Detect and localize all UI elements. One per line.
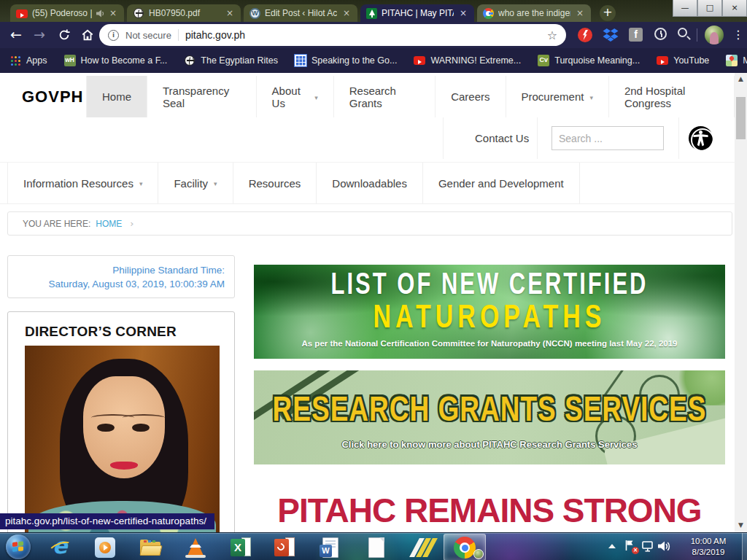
vertical-scrollbar[interactable]: ▲ ▼: [735, 73, 747, 532]
govph-logo[interactable]: GOVPH: [22, 88, 83, 106]
director-photo[interactable]: [25, 346, 220, 532]
link-status-tooltip: pitahc.gov.ph/list-of-new-certified-natu…: [0, 513, 214, 529]
windows-media-player-icon[interactable]: [93, 536, 117, 559]
article-headline[interactable]: PITAHC REMAINS STRONG: [254, 491, 725, 530]
close-icon[interactable]: ×: [108, 8, 118, 18]
nav-facility[interactable]: Facility▾: [158, 163, 233, 203]
flash-blocker-extension-icon[interactable]: [578, 28, 592, 42]
excel-icon[interactable]: X: [229, 536, 252, 559]
home-icon[interactable]: [77, 26, 98, 44]
tab-wordpress[interactable]: W Edit Post ‹ Hilot Aca ×: [244, 4, 357, 22]
start-button[interactable]: [6, 534, 31, 559]
nav-downloadables[interactable]: Downloadables: [317, 163, 423, 203]
bookmark-item[interactable]: Maps: [726, 55, 747, 66]
bookmark-item[interactable]: WARNING! Extreme...: [414, 55, 521, 66]
back-icon[interactable]: ←: [6, 26, 26, 44]
tray-expand-icon[interactable]: [608, 544, 616, 548]
powerpoint-icon[interactable]: [273, 536, 296, 559]
accessibility-icon[interactable]: [689, 126, 713, 150]
primary-nav: Home Transparency Seal About Us▾ Researc…: [86, 76, 735, 117]
search-extension-icon[interactable]: [678, 28, 687, 37]
nav-information-resources[interactable]: Information Resources▾: [7, 163, 158, 203]
forward-icon[interactable]: →: [29, 26, 50, 44]
bookmark-item[interactable]: YouTube: [657, 55, 709, 66]
bookmark-label: How to Become a F...: [81, 55, 168, 66]
nav-transparency-seal[interactable]: Transparency Seal: [147, 76, 257, 117]
internet-explorer-icon[interactable]: e: [50, 536, 73, 559]
tab-pdf[interactable]: HB07950.pdf ×: [127, 4, 241, 22]
history-clock-extension-icon[interactable]: [654, 28, 667, 40]
chrome-menu-icon[interactable]: ⋮: [732, 26, 744, 44]
nav-procurement[interactable]: Procurement▾: [506, 76, 609, 117]
document-icon[interactable]: [365, 536, 388, 559]
clock-date: 8/3/2019: [677, 547, 740, 558]
info-icon[interactable]: i: [108, 30, 119, 41]
close-icon[interactable]: ×: [341, 8, 352, 18]
naturopaths-banner[interactable]: LIST OF NEW CERTIFIED NATUROPATHS As per…: [254, 265, 725, 359]
refresh-icon[interactable]: [54, 26, 74, 44]
bookmark-item[interactable]: Cv Turquoise Meaning...: [538, 55, 640, 66]
apps-shortcut[interactable]: Apps: [10, 55, 47, 66]
bookmark-star-icon[interactable]: ☆: [547, 28, 557, 42]
scroll-down-icon[interactable]: ▼: [735, 521, 747, 529]
striped-app-icon[interactable]: [410, 536, 433, 559]
url-text[interactable]: pitahc.gov.ph: [185, 29, 541, 41]
action-center-flag-icon[interactable]: ×: [624, 540, 638, 553]
network-tray-icon[interactable]: [642, 541, 654, 555]
nav-home[interactable]: Home: [86, 76, 147, 117]
tab-youtube[interactable]: (55) Poderoso | ×: [10, 4, 124, 22]
minimize-button[interactable]: —: [673, 0, 697, 17]
facebook-extension-icon[interactable]: f: [629, 28, 643, 42]
search-input[interactable]: [551, 126, 664, 150]
research-grants-banner[interactable]: RESEARCH GRANTS SERVICES Click here to k…: [254, 370, 725, 464]
chrome-icon: [454, 537, 476, 559]
chevron-down-icon: ▾: [214, 180, 217, 187]
close-icon[interactable]: ×: [575, 8, 585, 18]
close-icon[interactable]: ×: [458, 8, 468, 18]
pitahc-favicon: [366, 8, 377, 19]
nav-about-us[interactable]: About Us▾: [257, 76, 334, 117]
new-tab-button[interactable]: +: [600, 5, 616, 21]
word-icon[interactable]: W: [318, 536, 341, 559]
taskbar-clock[interactable]: 10:00 AM 8/3/2019: [677, 536, 740, 558]
tab-google-search[interactable]: who are the indigen ×: [477, 4, 591, 22]
tab-pitahc-active[interactable]: PITAHC | May PITAH ×: [360, 4, 474, 22]
window-controls: — □ ×: [673, 0, 747, 17]
chrome-taskbar-button[interactable]: [444, 534, 486, 560]
nav-careers[interactable]: Careers: [436, 76, 506, 117]
scroll-up-icon[interactable]: ▲: [735, 75, 747, 82]
address-divider: [178, 29, 179, 41]
dropbox-extension-icon[interactable]: [603, 28, 619, 42]
scrollbar-thumb[interactable]: [736, 97, 746, 139]
volume-tray-icon[interactable]: [658, 541, 670, 555]
show-desktop-button[interactable]: [742, 533, 747, 560]
nav-contact-us[interactable]: Contact Us: [475, 117, 529, 159]
maximize-button[interactable]: □: [697, 0, 722, 17]
bookmark-item[interactable]: Speaking to the Go...: [295, 55, 397, 66]
google-favicon: [483, 8, 494, 19]
nav-resources[interactable]: Resources: [233, 163, 317, 203]
security-label[interactable]: Not secure: [125, 30, 171, 41]
secondary-nav: Information Resources▾ Facility▾ Resourc…: [0, 162, 735, 204]
youtube-favicon: [16, 9, 28, 18]
address-bar[interactable]: i Not secure pitahc.gov.ph ☆: [99, 24, 566, 46]
breadcrumb-home-link[interactable]: HOME: [96, 219, 122, 229]
pst-value: Saturday, August 03, 2019, 10:00:39 AM: [8, 277, 225, 291]
file-explorer-icon[interactable]: [139, 536, 162, 559]
close-icon[interactable]: ×: [225, 8, 235, 18]
tab-title: (55) Poderoso |: [32, 8, 92, 18]
bookmark-item[interactable]: wH How to Become a F...: [64, 55, 168, 66]
vlc-icon[interactable]: [184, 536, 207, 559]
banner-title-line2: NATUROPATHS: [254, 298, 725, 335]
profile-avatar[interactable]: [705, 26, 724, 44]
bookmark-item[interactable]: The Egyptian Rites: [184, 55, 278, 66]
banner-title-line1: LIST OF NEW CERTIFIED: [254, 266, 725, 302]
tab-audio-icon[interactable]: [96, 9, 105, 18]
nav-hospital-congress[interactable]: 2nd Hospital Congress: [609, 76, 735, 117]
banner-subtitle: Click here to know more about PITAHC Res…: [254, 439, 725, 450]
youtube-icon: [657, 56, 668, 65]
nav-gender-development[interactable]: Gender and Development: [423, 163, 580, 203]
close-button[interactable]: ×: [722, 0, 747, 17]
nav-research-grants[interactable]: Research Grants: [334, 76, 436, 117]
directors-corner-title: DIRECTOR’S CORNER: [25, 324, 177, 340]
